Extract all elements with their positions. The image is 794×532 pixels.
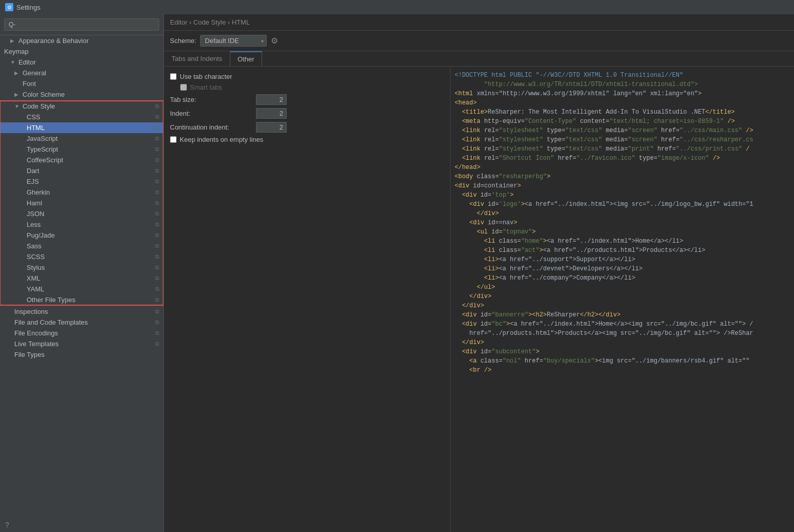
scheme-select-wrapper: Default IDE Project ▾ <box>200 35 267 47</box>
tab-tabs-indents[interactable]: Tabs and Indents <box>164 51 230 66</box>
sidebar-item-label: Haml <box>27 199 42 207</box>
copy-icon: ⧉ <box>155 286 159 292</box>
code-line: <li><a href="../support">Support</a></li… <box>455 255 790 264</box>
sidebar-item-label: File and Code Templates <box>14 318 88 326</box>
code-line: <li class="act"><a href="../products.htm… <box>455 246 790 255</box>
sidebar-item-css[interactable]: CSS ⧉ <box>0 112 163 122</box>
copy-icon: ⧉ <box>155 308 159 315</box>
code-preview: <!DOCTYPE html PUBLIC "-//W3C//DTD XHTML… <box>450 67 794 532</box>
sidebar-item-javascript[interactable]: JavaScript ⧉ <box>0 133 163 144</box>
sidebar-item-label: JSON <box>27 210 45 218</box>
smart-tabs-checkbox[interactable] <box>180 84 187 91</box>
sidebar-item-live-templates[interactable]: Live Templates ⧉ <box>0 338 163 349</box>
copy-icon: ⧉ <box>155 221 159 228</box>
code-line: <meta http-equiv="Content-Type" content=… <box>455 117 790 126</box>
sidebar-item-color-scheme[interactable]: ▶ Color Scheme <box>0 89 163 100</box>
code-line: <div id="bannerre"><h2>ReSharper</h2></d… <box>455 310 790 320</box>
sidebar-item-other-file-types[interactable]: Other File Types ⧉ <box>0 294 163 305</box>
sidebar-item-general[interactable]: ▶ General <box>0 68 163 78</box>
code-line: "http://www.w3.org/TR/xhtml1/DTD/xhtml1-… <box>455 80 790 89</box>
tab-size-input[interactable] <box>256 94 287 105</box>
sidebar-item-editor[interactable]: ▼ Editor <box>0 57 163 68</box>
gear-icon[interactable]: ⚙ <box>271 36 278 46</box>
sidebar-item-xml[interactable]: XML ⧉ <box>0 273 163 284</box>
sidebar-item-keymap[interactable]: Keymap <box>0 46 163 57</box>
keep-indents-label: Keep indents on empty lines <box>180 136 263 143</box>
continuation-indent-input[interactable] <box>256 122 287 133</box>
expand-icon: ▶ <box>14 70 20 76</box>
sidebar-item-sass[interactable]: Sass ⧉ <box>0 241 163 251</box>
app-icon: ⚙ <box>5 3 13 11</box>
code-line: </div> <box>455 301 790 310</box>
sidebar-item-label: Dart <box>27 167 39 175</box>
copy-icon: ⧉ <box>155 178 159 185</box>
smart-tabs-row: Smart tabs <box>180 83 444 91</box>
copy-icon: ⧉ <box>155 103 159 110</box>
tab-other[interactable]: Other <box>230 51 262 66</box>
sidebar-item-label: CSS <box>27 113 40 121</box>
sidebar-item-gherkin[interactable]: Gherkin ⧉ <box>0 187 163 198</box>
sidebar-item-yaml[interactable]: YAML ⧉ <box>0 284 163 294</box>
code-line: </ul> <box>455 283 790 292</box>
continuation-indent-row: Continuation indent: <box>170 122 444 133</box>
search-input[interactable] <box>4 18 159 31</box>
breadcrumb-html: HTML <box>232 18 250 26</box>
sidebar-item-label: Font <box>23 80 36 88</box>
sidebar-item-less[interactable]: Less ⧉ <box>0 219 163 230</box>
sidebar-item-font[interactable]: Font <box>0 78 163 89</box>
help-icon[interactable]: ? <box>3 519 11 531</box>
scheme-select[interactable]: Default IDE Project <box>200 35 267 47</box>
code-line: </div> <box>455 292 790 301</box>
copy-icon: ⧉ <box>155 243 159 249</box>
title-text: Settings <box>16 4 40 11</box>
smart-tabs-label: Smart tabs <box>190 83 222 91</box>
sidebar-item-json[interactable]: JSON ⧉ <box>0 208 163 219</box>
sidebar-item-label: Appearance & Behavior <box>18 37 89 45</box>
sidebar-item-ejs[interactable]: EJS ⧉ <box>0 176 163 187</box>
settings-panel: Use tab character Smart tabs Tab size: I… <box>164 67 450 532</box>
tab-label: Other <box>238 55 254 63</box>
copy-icon: ⧉ <box>155 189 159 196</box>
sidebar-item-stylus[interactable]: Stylus ⧉ <box>0 262 163 273</box>
sidebar-item-inspections[interactable]: Inspections ⧉ <box>0 306 163 317</box>
breadcrumb-editor: Editor <box>170 18 187 26</box>
sidebar-item-coffeescript[interactable]: CoffeeScript ⧉ <box>0 155 163 165</box>
code-line: <body class="resharperbg"> <box>455 172 790 181</box>
code-line: <link rel="stylesheet" type="text/css" m… <box>455 135 790 144</box>
keep-indents-checkbox[interactable] <box>170 136 177 143</box>
sidebar-item-haml[interactable]: Haml ⧉ <box>0 198 163 208</box>
sidebar-item-label: Less <box>27 221 40 228</box>
sidebar-item-file-types[interactable]: File Types <box>0 349 163 360</box>
sidebar-item-label: Sass <box>27 242 41 250</box>
sidebar-item-html[interactable]: HTML ⧉ <box>0 122 163 133</box>
tab-size-row: Tab size: <box>170 94 444 105</box>
indent-input[interactable] <box>256 108 287 119</box>
sidebar-item-pug-jade[interactable]: Pug/Jade ⧉ <box>0 230 163 241</box>
copy-icon: ⧉ <box>155 264 159 271</box>
copy-icon: ⧉ <box>155 146 159 153</box>
expand-icon: ▼ <box>14 103 20 109</box>
code-line: <div id='logo'><a href="../index.html"><… <box>455 200 790 209</box>
code-line: <div id='top'> <box>455 190 790 200</box>
sidebar-item-file-code-templates[interactable]: File and Code Templates ⧉ <box>0 317 163 328</box>
keep-indents-row: Keep indents on empty lines <box>170 136 444 143</box>
sidebar-item-label: XML <box>27 274 40 282</box>
continuation-indent-label: Continuation indent: <box>170 123 252 131</box>
search-box <box>0 14 163 35</box>
sidebar-item-file-encodings[interactable]: File Encodings ⧉ <box>0 328 163 338</box>
code-line: <html xmlns="http://www.w3.org/1999/xhtm… <box>455 89 790 98</box>
sidebar-item-code-style[interactable]: ▼ Code Style ⧉ <box>0 101 163 112</box>
help-section: ? <box>0 518 163 532</box>
sidebar-item-scss[interactable]: SCSS ⧉ <box>0 251 163 262</box>
sidebar-item-dart[interactable]: Dart ⧉ <box>0 165 163 176</box>
code-line: <link rel="stylesheet" type="text/css" m… <box>455 126 790 135</box>
use-tab-character-checkbox[interactable] <box>170 73 177 80</box>
breadcrumb-sep1: › <box>189 18 194 26</box>
indent-row: Indent: <box>170 108 444 119</box>
sidebar-item-label: YAML <box>27 285 44 293</box>
sidebar-item-appearance[interactable]: ▶ Appearance & Behavior <box>0 35 163 46</box>
sidebar-item-typescript[interactable]: TypeScript ⧉ <box>0 144 163 155</box>
sidebar-content: ▶ Appearance & Behavior Keymap ▼ Editor … <box>0 35 163 518</box>
sidebar-item-label: Stylus <box>27 264 45 271</box>
collapse-icon: ▶ <box>10 38 16 44</box>
